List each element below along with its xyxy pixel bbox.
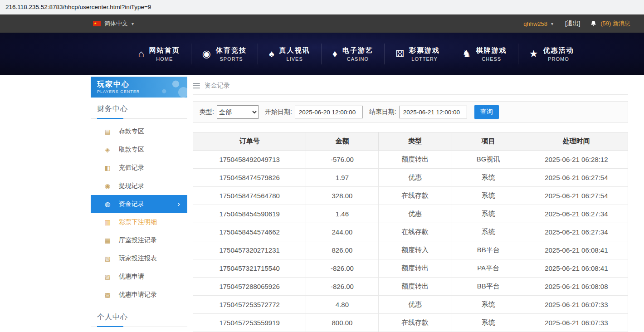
cell-amount: 328.00: [306, 187, 378, 205]
column-header: 订单号: [193, 132, 306, 151]
withdraw-log-icon: ◉: [103, 183, 112, 189]
chevron-down-icon[interactable]: ▾: [551, 21, 553, 26]
sidebar-header: 玩家中心 PLAYERS CENTER: [91, 77, 187, 98]
funds-record-panel: 资金记录 类型: 全部 开始日期: 结束日期: 查询 订单号金额类型项目处理时间…: [193, 77, 628, 332]
nav-item-title: 彩票游戏: [409, 46, 440, 55]
sidebar-section-title: 个人中心: [91, 306, 187, 327]
nav-item-subtitle: LOTTERY: [411, 56, 438, 62]
cell-type: 额度转出: [378, 151, 452, 169]
sidebar-item[interactable]: ▨ 优惠申请: [91, 268, 187, 286]
sidebar-item[interactable]: ▧ 玩家投注报表: [91, 249, 187, 268]
column-header: 类型: [378, 132, 452, 151]
cell-amount: 1.46: [306, 205, 378, 223]
sidebar-item-label: 提现记录: [119, 182, 144, 190]
column-header: 金额: [306, 132, 378, 151]
table-row: 1750457320271231 826.00 额度转入 BB平台 2025-0…: [193, 241, 628, 259]
sidebar-item[interactable]: ▦ 厅室投注记录: [91, 231, 187, 249]
url-text[interactable]: 216.118.235.52:8783/hhcp/usercenter.html…: [5, 4, 151, 10]
end-date-input[interactable]: [399, 106, 467, 118]
sidebar-sections: 财务中心 ▤ 存款专区 ◈ 取款专区 ◧ 充值记录 ◉ 提现记录 ◍ 资金记录 …: [91, 98, 187, 332]
cell-time: 2025-06-21 06:27:54: [525, 187, 628, 205]
sidebar-item-label: 充值记录: [119, 164, 144, 172]
cell-time: 2025-06-21 06:08:41: [525, 259, 628, 278]
sidebar-item[interactable]: ▩ 优惠申请记录: [91, 286, 187, 304]
nav-item-subtitle: HOME: [156, 56, 173, 62]
cell-time: 2025-06-21 06:08:08: [525, 278, 628, 296]
cell-type: 优惠: [378, 169, 452, 187]
funds-record-table: 订单号金额类型项目处理时间 1750458492049713 -576.00 额…: [193, 132, 628, 332]
recharge-log-icon: ◧: [103, 165, 112, 171]
sidebar-item[interactable]: ◍ 资金记录 ›: [91, 195, 187, 213]
nav-item-promo[interactable]: ★ 优惠活动 PROMO: [518, 44, 585, 64]
sidebar-item-label: 优惠申请: [119, 273, 144, 281]
cell-type: 优惠: [378, 296, 452, 314]
records-thead-row: 订单号金额类型项目处理时间: [193, 132, 628, 151]
cell-amount: 4.80: [306, 296, 378, 314]
start-date-input[interactable]: [295, 106, 363, 118]
cell-time: 2025-06-21 06:27:54: [525, 169, 628, 187]
nav-item-casino[interactable]: ♦ 电子游艺 CASINO: [322, 44, 385, 64]
sidebar-item-label: 存款专区: [119, 127, 144, 136]
cell-type: 额度转入: [378, 241, 452, 259]
sidebar-item[interactable]: ◧ 充值记录: [91, 159, 187, 177]
sports-icon: ◉: [202, 49, 211, 59]
nav-item-subtitle: SPORTS: [220, 56, 243, 62]
language-switcher[interactable]: ★ 简体中文 ▾: [93, 20, 134, 28]
type-label: 类型:: [200, 108, 214, 116]
cell-project: BB平台: [452, 241, 525, 259]
username-link[interactable]: qhhw258: [523, 20, 547, 27]
breadcrumb-label: 资金记录: [205, 82, 230, 90]
new-messages-link[interactable]: (59) 新消息: [600, 20, 630, 28]
column-header: 处理时间: [525, 132, 628, 151]
language-label: 简体中文: [104, 20, 128, 28]
bell-icon[interactable]: [590, 20, 597, 27]
type-select[interactable]: 全部: [217, 105, 259, 119]
cell-type: 在线存款: [378, 187, 452, 205]
records-tbody: 1750458492049713 -576.00 额度转出 BG视讯 2025-…: [193, 151, 628, 332]
sidebar-item-label: 优惠申请记录: [119, 291, 157, 299]
browser-url-bar: 216.118.235.52:8783/hhcp/usercenter.html…: [0, 0, 644, 15]
nav-item-subtitle: CASINO: [347, 56, 369, 62]
account-topbar: ★ 简体中文 ▾ qhhw258 ▾ [退出] (59) 新消息: [0, 15, 644, 33]
nav-item-sports[interactable]: ◉ 体育竞技 SPORTS: [191, 44, 258, 64]
end-date-label: 结束日期:: [369, 108, 396, 116]
sidebar-item[interactable]: ▤ 存款专区: [91, 122, 187, 141]
sidebar-section: 个人中心 ◈: [91, 306, 187, 332]
sidebar-item[interactable]: ◉ 提现记录: [91, 177, 187, 195]
nav-item-chess[interactable]: ♞ 棋牌游戏 CHESS: [451, 44, 518, 64]
lottery-icon: ⚄: [395, 49, 404, 59]
cell-amount: 826.00: [306, 241, 378, 259]
nav-item-home[interactable]: ⌂ 网站首页 HOME: [127, 44, 191, 64]
cell-project: BG视讯: [452, 151, 525, 169]
nav-item-lottery[interactable]: ⚄ 彩票游戏 LOTTERY: [385, 44, 451, 64]
sidebar-title: 玩家中心: [97, 80, 187, 89]
nav-item-title: 电子游艺: [342, 46, 373, 55]
funds-log-icon: ◍: [103, 201, 112, 207]
nav-item-title: 体育竞技: [216, 46, 247, 55]
sidebar-item-label: 取款专区: [119, 146, 144, 154]
cell-amount: -826.00: [306, 278, 378, 296]
table-row: 1750458474564780 328.00 在线存款 系统 2025-06-…: [193, 187, 628, 205]
cell-order-no: 1750458474564780: [193, 187, 306, 205]
table-row: 1750458474579826 1.97 优惠 系统 2025-06-21 0…: [193, 169, 628, 187]
promo-log-icon: ▩: [103, 292, 112, 298]
content-area: 玩家中心 PLAYERS CENTER 财务中心 ▤ 存款专区 ◈ 取款专区 ◧…: [91, 77, 628, 332]
sidebar-item[interactable]: ▥ 彩票下注明细: [91, 213, 187, 231]
logout-link[interactable]: [退出]: [565, 20, 580, 28]
filter-bar: 类型: 全部 开始日期: 结束日期: 查询: [193, 101, 628, 123]
sidebar-item[interactable]: ◈ 取款专区: [91, 141, 187, 159]
deposit-icon: ▤: [103, 128, 112, 135]
cell-type: 优惠: [378, 205, 452, 223]
cell-project: 系统: [452, 169, 525, 187]
cell-order-no: 1750458492049713: [193, 151, 306, 169]
start-date-label: 开始日期:: [265, 108, 292, 116]
cell-project: PA平台: [452, 259, 525, 278]
cell-order-no: 1750457253572772: [193, 296, 306, 314]
nav-item-lives[interactable]: ♠ 真人视讯 LIVES: [258, 44, 322, 64]
cell-time: 2025-06-21 06:27:34: [525, 205, 628, 223]
cell-order-no: 1750457320271231: [193, 241, 306, 259]
search-button[interactable]: 查询: [474, 105, 499, 119]
sidebar-item-label: 资金记录: [119, 200, 144, 208]
table-row: 1750457253559919 800.00 在线存款 系统 2025-06-…: [193, 314, 628, 332]
cell-project: 系统: [452, 296, 525, 314]
